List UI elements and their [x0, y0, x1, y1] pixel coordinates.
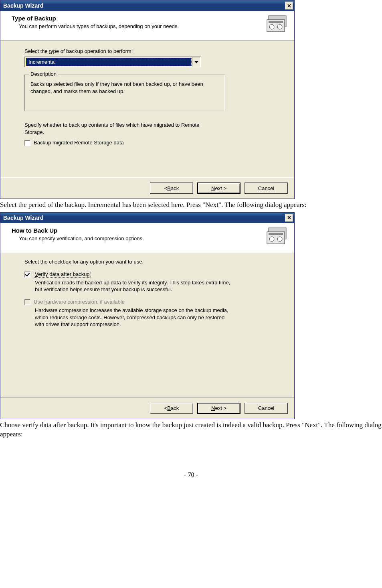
backup-wizard-type-dialog: Backup Wizard ✕ Type of Backup You can p… — [0, 0, 295, 199]
backup-wizard-how-dialog: Backup Wizard ✕ How to Back Up You can s… — [0, 212, 295, 419]
description-legend: Description — [29, 71, 58, 77]
hardware-compression-checkbox — [24, 299, 30, 305]
svg-rect-4 — [269, 21, 283, 23]
wizard-footer: < Back Next > Cancel — [0, 397, 294, 419]
select-type-label: Select the type of backup operation to p… — [24, 48, 282, 54]
next-button[interactable]: Next > — [197, 182, 241, 194]
verify-data-checkbox-label: Verify data after backup — [34, 271, 91, 277]
description-groupbox: Description Backs up selected files only… — [24, 75, 225, 111]
svg-point-2 — [269, 24, 274, 29]
description-text: Backs up selected files only if they hav… — [30, 81, 219, 95]
svg-point-7 — [269, 237, 274, 241]
wizard-header-subtitle: You can specify verification, and compre… — [12, 235, 261, 241]
combo-dropdown-button[interactable] — [192, 57, 200, 67]
svg-rect-9 — [269, 233, 283, 235]
hardware-compression-description: Hardware compression increases the avail… — [35, 307, 231, 328]
close-icon: ✕ — [287, 215, 291, 221]
wizard-footer: < Back Next > Cancel — [0, 177, 294, 199]
back-button[interactable]: < Back — [150, 182, 193, 194]
tape-backup-icon — [266, 227, 289, 245]
verify-data-checkbox[interactable] — [24, 272, 30, 278]
close-button[interactable]: ✕ — [285, 2, 293, 10]
wizard-body: Select the type of backup operation to p… — [0, 41, 294, 177]
remote-storage-note: Specify whether to back up contents of f… — [24, 122, 213, 136]
close-button[interactable]: ✕ — [285, 214, 293, 222]
wizard-header-title: How to Back Up — [12, 227, 261, 234]
page-number: - 70 - — [0, 471, 382, 479]
remote-storage-checkbox[interactable] — [24, 140, 30, 146]
wizard-header: How to Back Up You can specify verificat… — [0, 223, 294, 253]
cancel-button[interactable]: Cancel — [245, 182, 288, 194]
tape-backup-icon — [266, 15, 289, 33]
svg-point-3 — [277, 24, 282, 29]
chevron-down-icon — [194, 61, 198, 63]
titlebar-text: Backup Wizard — [3, 2, 285, 9]
next-button[interactable]: Next > — [197, 403, 241, 414]
backup-type-combo-value: Incremental — [26, 58, 192, 66]
select-checkbox-label: Select the checkbox for any option you w… — [24, 259, 283, 265]
svg-point-8 — [277, 237, 282, 241]
wizard-header-title: Type of Backup — [12, 15, 261, 22]
verify-data-description: Verification reads the backed-up data to… — [35, 279, 231, 293]
back-button[interactable]: < Back — [150, 403, 193, 414]
wizard-header: Type of Backup You can perform various t… — [0, 11, 294, 41]
titlebar-text: Backup Wizard — [3, 215, 285, 221]
backup-type-combo[interactable]: Incremental — [24, 57, 201, 67]
titlebar[interactable]: Backup Wizard ✕ — [0, 213, 294, 223]
remote-storage-checkbox-label: Backup migrated Remote Storage data — [34, 140, 124, 146]
caption-2: Choose verify data after backup. It's im… — [0, 421, 382, 439]
caption-1: Select the period of the backup. Increme… — [0, 201, 382, 210]
hardware-compression-checkbox-label: Use hardware compression, if available — [34, 299, 125, 305]
wizard-body: Select the checkbox for any option you w… — [0, 253, 294, 397]
wizard-header-subtitle: You can perform various types of backups… — [12, 23, 261, 29]
cancel-button[interactable]: Cancel — [245, 403, 288, 414]
titlebar[interactable]: Backup Wizard ✕ — [0, 0, 294, 11]
close-icon: ✕ — [287, 3, 291, 9]
